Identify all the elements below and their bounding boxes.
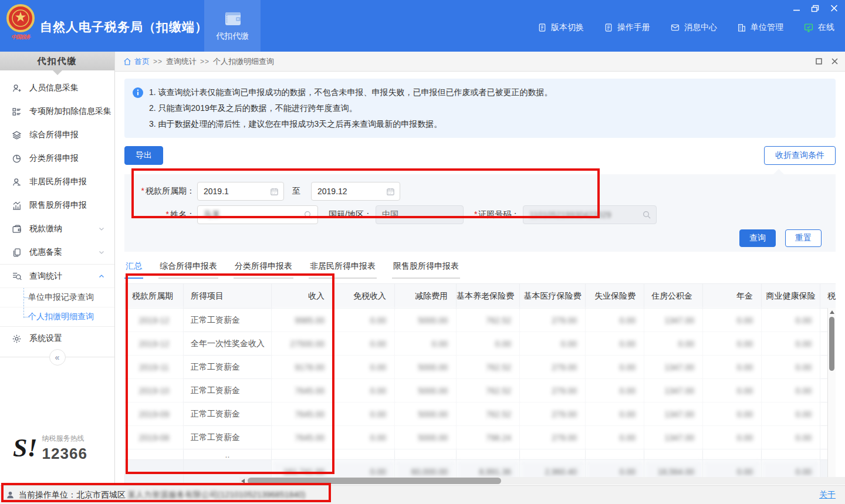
cell-period: 2019-12 [125, 309, 184, 332]
cell-income-item: 正常工资薪金 [184, 356, 272, 379]
wallet-icon [222, 10, 242, 28]
table-row[interactable]: 2019-12 正常工资薪金 9985.00 0.00 5000.00 762.… [125, 309, 836, 332]
period-from-input[interactable]: 2019.1 [197, 182, 284, 201]
report-tab[interactable]: 汇总 [124, 261, 143, 279]
panel-maximize-icon[interactable] [816, 58, 822, 65]
search-button[interactable]: 查询 [739, 229, 776, 247]
nationality-input[interactable]: 中国 [376, 205, 464, 224]
table-row[interactable]: 2019-08 正常工资薪金 7645.00 0.00 5000.00 798.… [125, 426, 836, 449]
restore-icon[interactable] [810, 4, 820, 13]
cell-income-item: 正常工资薪金 [184, 426, 272, 449]
report-tab[interactable]: 分类所得申报表 [234, 261, 293, 279]
col-header-taxfree: 免税收入 [333, 284, 395, 309]
vertical-scrollbar[interactable] [827, 308, 836, 484]
sidebar-item-label: 专项附加扣除信息采集 [29, 106, 111, 117]
panel-close-icon[interactable] [832, 58, 838, 65]
table-row[interactable]: 2019-10 正常工资薪金 7645.00 0.00 5000.00 762.… [125, 379, 836, 402]
copy-icon [12, 248, 22, 258]
cell-unemployment: 0.00 [586, 402, 644, 426]
report-tab[interactable]: 限售股所得申报表 [392, 261, 460, 279]
results-table-wrap: 税款所属期 所得项目 收入 免税收入 减除费用 基本养老保险费 基本医疗保险费 … [124, 283, 836, 484]
sidebar-subitem-personal-withholding-query[interactable]: 个人扣缴明细查询 [0, 307, 114, 326]
breadcrumb-section: 查询统计 [166, 56, 197, 67]
cell-deduction: 5000.00 [395, 309, 457, 332]
cell-pension: 762.52 [457, 379, 520, 402]
cell-annuity: 0.00 [703, 356, 762, 379]
sidebar-item-tax-payment[interactable]: 税款缴纳 [0, 217, 114, 241]
export-button[interactable]: 导出 [124, 146, 163, 165]
tab-daikou-daijiao[interactable]: 代扣代缴 [204, 0, 261, 52]
breadcrumb: 首页 >> 查询统计 >> 个人扣缴明细查询 [115, 52, 845, 72]
col-header-unemployment: 失业保险费 [586, 284, 644, 309]
breadcrumb-home-label: 首页 [134, 56, 150, 67]
name-input[interactable]: 马某 [197, 205, 318, 224]
report-tab[interactable]: 非居民所得申报表 [309, 261, 377, 279]
cell-housing-fund: 1347.00 [644, 379, 703, 402]
sidebar-item-system-settings[interactable]: 系统设置 [0, 327, 114, 350]
menu-version-switch[interactable]: 版本切换 [538, 22, 584, 33]
close-icon[interactable] [829, 4, 839, 13]
cell-pension: 762.52 [457, 309, 520, 332]
sidebar-subitem-unit-declaration-query[interactable]: 单位申报记录查询 [0, 287, 114, 307]
collapse-query-conditions-button[interactable]: 收折查询条件 [764, 146, 836, 165]
calendar-icon[interactable] [386, 187, 395, 196]
menu-label: 单位管理 [751, 22, 783, 33]
id-number-input[interactable]: 110105219930422029 [523, 205, 657, 224]
sidebar-item-label: 税款缴纳 [29, 224, 90, 234]
table-row[interactable]: 2019-11 正常工资薪金 9178.00 0.00 5000.00 762.… [125, 356, 836, 379]
table-row[interactable]: 2019-09 正常工资薪金 7645.00 0.00 5000.00 762.… [125, 402, 836, 426]
cell-taxfree: 0.00 [333, 402, 395, 426]
table-row[interactable]: 2019-12 全年一次性奖金收入 27500.00 0.00 0.00 0.0… [125, 332, 836, 356]
sidebar-item-comprehensive-income[interactable]: 综合所得申报 [0, 123, 114, 147]
cell-annuity: 0.00 [703, 426, 762, 449]
hotline-logo: S! 纳税服务热线 12366 [13, 434, 87, 463]
china-tax-emblem-icon [6, 4, 35, 33]
horizontal-scroll-thumb[interactable] [248, 478, 501, 484]
menu-manual[interactable]: 操作手册 [604, 22, 650, 33]
cell-annuity: 0.00 [703, 402, 762, 426]
results-table: 税款所属期 所得项目 收入 免税收入 减除费用 基本养老保险费 基本医疗保险费 … [124, 283, 836, 483]
about-link[interactable]: 关于 [819, 490, 836, 500]
current-unit-visible: 北京市西城区 [76, 490, 126, 500]
reset-button[interactable]: 重置 [785, 229, 822, 247]
sidebar-item-query-statistics[interactable]: 查询统计 [0, 264, 114, 287]
layers-icon [12, 130, 22, 140]
cell-income: 9178.00 [272, 356, 333, 379]
period-label: *税款所属期： [131, 186, 195, 197]
report-tab[interactable]: 综合所得申报表 [158, 261, 218, 279]
menu-message-center[interactable]: 消息中心 [670, 22, 717, 33]
vertical-scroll-thumb[interactable] [829, 317, 834, 371]
sidebar: 代扣代缴 人员信息采集 专项附加扣除信息采集 [0, 52, 115, 485]
menu-label: 消息中心 [684, 22, 717, 33]
sidebar-item-classified-income[interactable]: 分类所得申报 [0, 147, 114, 170]
sidebar-item-nonresident-income[interactable]: 非居民所得申报 [0, 170, 114, 194]
sidebar-item-special-deduction[interactable]: 专项附加扣除信息采集 [0, 100, 114, 123]
sidebar-item-preference-filing[interactable]: 优惠备案 [0, 241, 114, 264]
horizontal-scrollbar[interactable] [239, 477, 845, 485]
scroll-left-arrow[interactable] [239, 477, 246, 485]
minimize-icon[interactable] [791, 4, 802, 13]
collapse-sidebar-button[interactable]: « [49, 349, 66, 366]
online-status[interactable]: 在线 [803, 22, 834, 33]
magnifier-icon[interactable] [642, 210, 651, 219]
menu-unit-management[interactable]: 单位管理 [737, 22, 783, 33]
cell-pension: 762.52 [457, 402, 520, 426]
period-to-input[interactable]: 2019.12 [311, 182, 400, 201]
cell-unemployment: 0.00 [586, 379, 644, 402]
building-icon [737, 23, 746, 32]
bar-chart-icon [12, 201, 22, 211]
calendar-icon[interactable] [270, 187, 279, 196]
cell-health-insurance: 0.00 [762, 379, 820, 402]
scroll-up-arrow[interactable] [828, 308, 836, 316]
menu-label: 操作手册 [617, 22, 650, 33]
col-header-period: 税款所属期 [125, 284, 184, 309]
breadcrumb-home[interactable]: 首页 [123, 56, 150, 67]
magnifier-icon[interactable] [303, 210, 313, 219]
cell-period: 2019-09 [125, 402, 184, 426]
monitor-check-icon [803, 23, 814, 33]
chevron-down-icon [98, 225, 105, 232]
sidebar-item-personnel-info[interactable]: 人员信息采集 [0, 76, 114, 100]
search-list-icon [12, 271, 22, 281]
cell-period: -- [125, 460, 184, 483]
sidebar-item-restricted-shares[interactable]: 限售股所得申报 [0, 194, 114, 217]
